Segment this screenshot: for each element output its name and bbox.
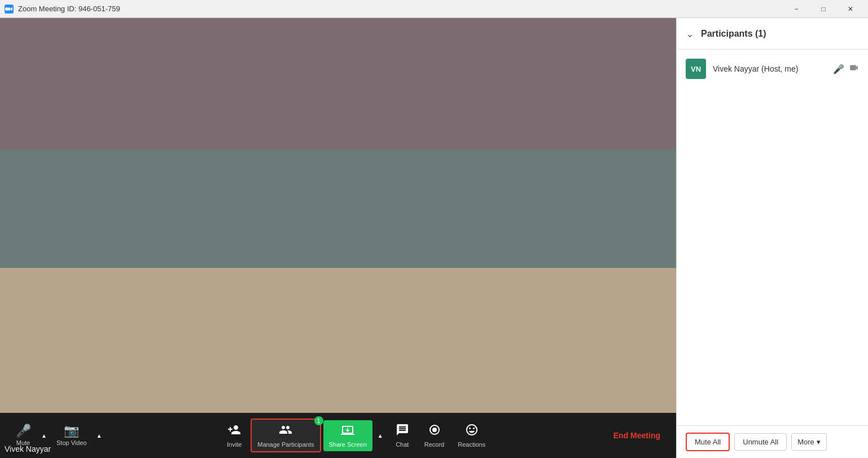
svg-point-2 — [432, 428, 437, 432]
title-bar-controls: − □ ✕ — [783, 1, 863, 17]
camera-icon: 📷 — [64, 425, 79, 437]
minimize-button[interactable]: − — [783, 1, 809, 17]
more-label: More — [797, 438, 814, 446]
manage-participants-button[interactable]: Manage Participants — [251, 419, 321, 452]
share-screen-button[interactable]: Share Screen — [323, 420, 372, 451]
mute-caret-button[interactable]: ▲ — [38, 424, 50, 447]
share-screen-caret-button[interactable]: ▲ — [375, 424, 386, 447]
main-content: Vivek Nayyar 🎤 Mute ▲ 📷 Stop Video ▲ — [0, 18, 868, 458]
toolbar-right: End Meeting — [607, 426, 667, 444]
mic-icon: 🎤 — [16, 425, 31, 437]
mute-all-button[interactable]: Mute All — [686, 433, 730, 451]
panel-footer: Mute All Unmute All More ▾ — [677, 425, 868, 458]
manage-participants-wrapper: Manage Participants 1 — [251, 419, 321, 452]
chat-button[interactable]: Chat — [388, 420, 417, 451]
participants-badge: 1 — [314, 416, 323, 425]
avatar: VN — [686, 59, 706, 79]
share-screen-label: Share Screen — [329, 441, 367, 448]
title-bar: Zoom Meeting ID: 946-051-759 − □ ✕ — [0, 0, 868, 18]
reactions-label: Reactions — [458, 441, 485, 448]
title-bar-title: Zoom Meeting ID: 946-051-759 — [18, 5, 120, 13]
toolbar: 🎤 Mute ▲ 📷 Stop Video ▲ — [0, 413, 676, 458]
video-section-top — [0, 18, 676, 149]
invite-button[interactable]: Invite — [220, 420, 248, 451]
record-label: Record — [424, 441, 444, 448]
panel-collapse-button[interactable]: ⌄ — [686, 28, 694, 40]
video-sections — [0, 18, 676, 413]
end-meeting-button[interactable]: End Meeting — [607, 426, 667, 444]
chat-icon — [396, 423, 409, 439]
chat-label: Chat — [396, 441, 409, 448]
invite-label: Invite — [227, 441, 242, 448]
panel-header: ⌄ Participants (1) — [677, 18, 868, 50]
list-item: VN Vivek Nayyar (Host, me) 🎤 — [677, 54, 868, 83]
close-button[interactable]: ✕ — [838, 1, 863, 17]
participant-name: Vivek Nayyar (Host, me) — [713, 64, 826, 73]
more-button[interactable]: More ▾ — [791, 433, 827, 451]
participants-icon — [279, 423, 292, 439]
manage-participants-label: Manage Participants — [257, 441, 314, 448]
video-caret-button[interactable]: ▲ — [94, 424, 105, 447]
unmute-all-button[interactable]: Unmute All — [734, 433, 787, 451]
participant-label: Vivek Nayyar — [5, 444, 51, 453]
share-screen-icon — [341, 424, 354, 439]
panel-body: VN Vivek Nayyar (Host, me) 🎤 — [677, 50, 868, 425]
record-icon — [428, 423, 441, 439]
more-chevron-icon: ▾ — [817, 438, 821, 446]
toolbar-center: Invite Manage Participants 1 — [105, 419, 607, 452]
video-section-mid — [0, 149, 676, 268]
panel-title: Participants (1) — [701, 29, 859, 39]
participant-mic-icon: 🎤 — [833, 64, 844, 74]
invite-icon — [227, 423, 241, 439]
record-button[interactable]: Record — [419, 420, 450, 451]
participant-video-icon — [849, 63, 859, 75]
maximize-button[interactable]: □ — [810, 1, 836, 17]
stop-video-label: Stop Video — [56, 439, 87, 446]
video-section-bottom — [0, 268, 676, 413]
stop-video-button[interactable]: 📷 Stop Video — [51, 421, 93, 450]
zoom-icon — [5, 5, 14, 14]
title-bar-left: Zoom Meeting ID: 946-051-759 — [5, 5, 120, 14]
reactions-icon — [465, 423, 479, 439]
participants-panel: ⌄ Participants (1) VN Vivek Nayyar (Host… — [676, 18, 868, 458]
participant-icons: 🎤 — [833, 63, 859, 75]
video-area: Vivek Nayyar 🎤 Mute ▲ 📷 Stop Video ▲ — [0, 18, 676, 458]
reactions-button[interactable]: Reactions — [452, 420, 491, 451]
